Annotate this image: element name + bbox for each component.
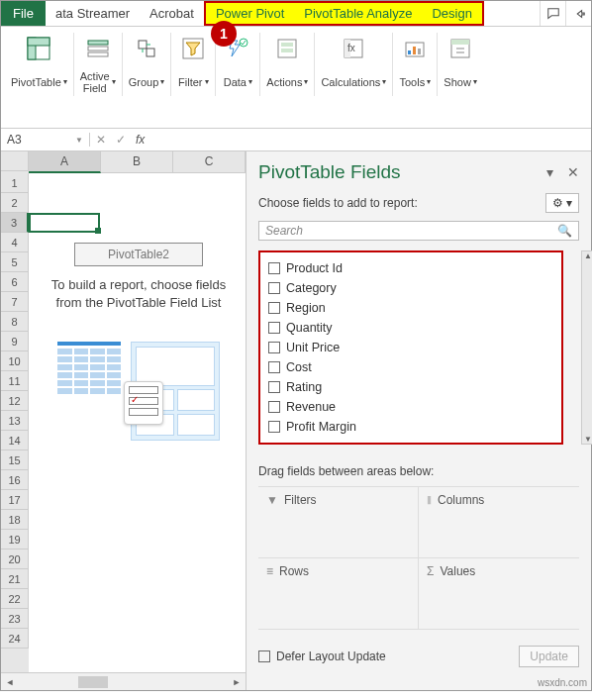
tab-pivottable-analyze[interactable]: PivotTable Analyze	[294, 3, 422, 24]
pane-dropdown-icon[interactable]: ▾	[546, 164, 553, 180]
field-row[interactable]: Cost	[266, 357, 555, 377]
field-checkbox[interactable]	[268, 302, 280, 314]
row-header[interactable]: 17	[1, 490, 29, 510]
fx-icon[interactable]: fx	[136, 133, 145, 147]
row-header[interactable]: 4	[1, 233, 29, 252]
row-header[interactable]: 3	[1, 213, 29, 233]
comments-icon[interactable]	[540, 1, 565, 26]
svg-rect-7	[147, 49, 154, 56]
row-header[interactable]: 9	[1, 332, 29, 351]
pivot-graphic	[35, 342, 243, 441]
pane-title: PivotTable Fields	[258, 161, 401, 183]
row-header[interactable]: 14	[1, 431, 29, 450]
ribbon-active-field[interactable]: Active Field▾	[74, 33, 123, 96]
scroll-right-icon[interactable]: ►	[228, 677, 246, 687]
field-row[interactable]: Profit Margin	[266, 417, 555, 437]
field-checkbox[interactable]	[268, 342, 280, 353]
defer-layout-checkbox[interactable]: Defer Layout Update	[258, 650, 386, 663]
pane-subtitle: Choose fields to add to report:	[258, 196, 418, 210]
ribbon-tools[interactable]: Tools▾	[393, 33, 438, 96]
field-row[interactable]: Rating	[266, 377, 555, 397]
field-row[interactable]: Product Id	[266, 258, 555, 278]
search-input[interactable]: Search 🔍	[258, 221, 579, 241]
row-header[interactable]: 15	[1, 450, 29, 470]
select-all-corner[interactable]	[1, 151, 29, 171]
row-header[interactable]: 10	[1, 351, 29, 371]
svg-rect-17	[408, 50, 411, 54]
ribbon-show[interactable]: Show▾	[438, 33, 483, 96]
row-header[interactable]: 12	[1, 391, 29, 411]
share-icon[interactable]	[565, 1, 591, 26]
row-header[interactable]: 16	[1, 470, 29, 490]
field-row[interactable]: Category	[266, 278, 555, 298]
field-row[interactable]: Unit Price	[266, 338, 555, 357]
row-header[interactable]: 8	[1, 312, 29, 332]
pane-close-icon[interactable]: ✕	[567, 164, 579, 180]
field-checkbox[interactable]	[268, 262, 280, 274]
area-columns[interactable]: ⦀Columns	[419, 487, 579, 558]
field-checkbox[interactable]	[268, 282, 280, 294]
area-values[interactable]: ΣValues	[419, 558, 579, 630]
row-header[interactable]: 1	[1, 173, 29, 193]
name-box[interactable]: A3▼	[1, 133, 90, 147]
row-header[interactable]: 20	[1, 550, 29, 569]
area-filters[interactable]: ▼Filters	[258, 487, 419, 558]
row-header[interactable]: 19	[1, 530, 29, 550]
field-checkbox[interactable]	[268, 401, 280, 413]
ribbon-group[interactable]: Group▾	[123, 33, 172, 96]
tab-acrobat[interactable]: Acrobat	[140, 1, 204, 26]
enter-icon[interactable]: ✓	[116, 133, 126, 147]
tab-file[interactable]: File	[1, 1, 46, 26]
columns-area-icon: ⦀	[427, 493, 432, 507]
row-header[interactable]: 18	[1, 510, 29, 530]
worksheet-grid[interactable]: A B C 1234567891011121314151617181920212…	[1, 151, 247, 690]
col-header-b[interactable]: B	[101, 151, 173, 173]
pivottable-fields-pane: 2 PivotTable Fields ▾ ✕ Choose fields to…	[247, 151, 591, 690]
tab-data-streamer[interactable]: ata Streamer	[46, 1, 140, 26]
ribbon-pivottable[interactable]: PivotTable▾	[5, 33, 74, 96]
update-button[interactable]: Update	[519, 646, 579, 667]
row-header[interactable]: 23	[1, 609, 29, 629]
row-header[interactable]: 24	[1, 629, 29, 649]
drop-areas: ▼Filters ⦀Columns ≡Rows ΣValues	[258, 486, 579, 630]
gear-button[interactable]: ⚙ ▾	[545, 193, 579, 213]
rows-area-icon: ≡	[266, 564, 273, 578]
active-cell[interactable]	[29, 213, 100, 233]
ribbon-calculations[interactable]: fx Calculations▾	[315, 33, 393, 96]
row-header[interactable]: 13	[1, 411, 29, 431]
field-checkbox[interactable]	[268, 381, 280, 393]
field-row[interactable]: Revenue	[266, 397, 555, 417]
svg-rect-2	[28, 38, 49, 46]
field-label: Product Id	[286, 261, 343, 275]
row-header[interactable]: 7	[1, 292, 29, 312]
col-header-c[interactable]: C	[173, 151, 246, 173]
row-header[interactable]: 6	[1, 272, 29, 292]
tab-design[interactable]: Design	[422, 3, 481, 24]
ribbon-filter[interactable]: Filter▾	[171, 33, 216, 96]
field-row[interactable]: Region	[266, 298, 555, 318]
pivottable-icon	[23, 33, 54, 64]
field-label: Profit Margin	[286, 420, 356, 434]
area-rows[interactable]: ≡Rows	[258, 558, 419, 630]
field-checkbox[interactable]	[268, 361, 280, 373]
row-header[interactable]: 5	[1, 252, 29, 272]
row-header[interactable]: 2	[1, 193, 29, 213]
cancel-icon[interactable]: ✕	[96, 133, 106, 147]
field-checkbox[interactable]	[268, 322, 280, 334]
fields-scrollbar[interactable]: ▲▼	[581, 250, 592, 445]
field-checkbox[interactable]	[268, 421, 280, 433]
search-icon: 🔍	[557, 224, 572, 238]
field-row[interactable]: Quantity	[266, 318, 555, 338]
scroll-left-icon[interactable]: ◄	[1, 677, 19, 687]
row-header[interactable]: 22	[1, 589, 29, 609]
field-label: Cost	[286, 360, 312, 374]
horizontal-scrollbar[interactable]: ◄ ►	[1, 672, 246, 690]
row-header[interactable]: 11	[1, 371, 29, 391]
show-icon	[444, 33, 476, 64]
col-header-a[interactable]: A	[29, 151, 101, 173]
svg-rect-6	[139, 41, 147, 49]
tools-icon	[399, 33, 431, 64]
callout-1: 1	[211, 21, 237, 47]
row-header[interactable]: 21	[1, 569, 29, 589]
ribbon-actions[interactable]: Actions▾	[260, 33, 315, 96]
